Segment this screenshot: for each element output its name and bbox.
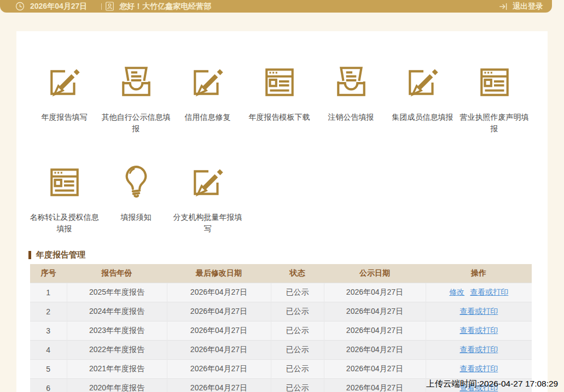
table-row: 5 2021年年度报告 2026年04月27日 已公示 2026年04月27日 … — [30, 359, 532, 378]
quick-action-item[interactable]: 注销公告填报 — [315, 64, 387, 134]
clock-icon — [15, 2, 25, 11]
row-index-cell: 3 — [30, 321, 67, 340]
bulb-icon — [118, 164, 154, 200]
row-index-cell: 4 — [30, 340, 67, 359]
logout-icon — [499, 2, 508, 11]
annual-report-table: 序号 报告年份 最后修改日期 状态 公示日期 操作 1 2025年年度报告 20… — [30, 264, 532, 392]
row-index-cell: 2 — [30, 302, 67, 321]
quick-action-label: 信用信息修复 — [185, 112, 231, 123]
status-cell: 已公示 — [271, 302, 324, 321]
report-year-cell: 2020年年度报告 — [67, 378, 167, 392]
status-cell: 已公示 — [271, 340, 324, 359]
quick-action-item[interactable]: 年度报告填写 — [28, 64, 100, 134]
actions-cell: 查看或打印 — [426, 302, 532, 321]
logout-button[interactable]: 退出登录 — [499, 2, 543, 11]
report-year-cell: 2021年年度报告 — [67, 359, 167, 378]
column-header-report-year: 报告年份 — [67, 264, 167, 283]
quick-action-item[interactable]: 信用信息修复 — [172, 64, 243, 134]
quick-action-label: 年度报告填写 — [42, 112, 88, 123]
column-header-publish-date: 公示日期 — [324, 264, 426, 283]
inbox-icon — [333, 64, 369, 100]
quick-action-label: 其他自行公示信息填报 — [100, 112, 172, 134]
last-modified-cell: 2026年04月27日 — [167, 283, 271, 302]
quick-action-label: 注销公告填报 — [328, 112, 374, 123]
column-header-last-modified: 最后修改日期 — [167, 264, 271, 283]
modify-link[interactable]: 修改 — [449, 288, 464, 296]
view-or-print-link[interactable]: 查看或打印 — [460, 307, 498, 315]
column-header-status: 状态 — [271, 264, 324, 283]
user-greeting: 您好！大竹亿鑫家电经营部 — [119, 2, 211, 11]
table-header-row: 序号 报告年份 最后修改日期 状态 公示日期 操作 — [30, 264, 532, 283]
edit-icon — [190, 164, 226, 200]
quick-action-item[interactable]: 填报须知 — [100, 164, 172, 235]
current-date: 2026年04月27日 — [30, 2, 87, 11]
quick-action-label: 分支机构批量年报填写 — [172, 212, 243, 235]
status-cell: 已公示 — [271, 283, 324, 302]
row-index-cell: 1 — [30, 283, 67, 302]
view-or-print-link[interactable]: 查看或打印 — [460, 326, 498, 335]
main-panel: 年度报告填写 其他自行公示信息填报 信用信息修复 年度报告模板下载 — [16, 31, 548, 392]
publish-date-cell: 2026年04月27日 — [324, 283, 426, 302]
last-modified-cell: 2026年04月27日 — [167, 321, 271, 340]
view-or-print-link[interactable]: 查看或打印 — [470, 288, 508, 296]
table-row: 2 2024年年度报告 2026年04月27日 已公示 2026年04月27日 … — [30, 302, 532, 321]
report-section-header: 年度报告管理 — [28, 250, 85, 260]
edit-icon — [190, 64, 226, 100]
status-cell: 已公示 — [271, 321, 324, 340]
edit-icon — [46, 64, 83, 100]
browser-icon — [476, 64, 513, 100]
report-year-cell: 2024年年度报告 — [67, 302, 167, 321]
status-cell: 已公示 — [271, 359, 324, 378]
column-header-actions: 操作 — [426, 264, 532, 283]
publish-date-cell: 2026年04月27日 — [324, 321, 426, 340]
publish-date-cell: 2026年04月27日 — [324, 378, 426, 392]
report-year-cell: 2025年年度报告 — [67, 283, 167, 302]
actions-cell: 查看或打印 — [426, 340, 532, 359]
quick-action-item[interactable]: 年度报告模板下载 — [243, 64, 315, 134]
user-icon — [106, 2, 114, 11]
quick-action-item[interactable]: 其他自行公示信息填报 — [100, 64, 172, 134]
quick-actions-row-2: 名称转让及授权信息填报 填报须知 分支机构批量年报填写 — [28, 164, 243, 235]
table-row: 4 2022年年度报告 2026年04月27日 已公示 2026年04月27日 … — [30, 340, 532, 359]
quick-action-label: 年度报告模板下载 — [249, 112, 310, 123]
report-year-cell: 2022年年度报告 — [67, 340, 167, 359]
report-year-cell: 2023年年度报告 — [67, 321, 167, 340]
logout-label: 退出登录 — [513, 2, 543, 11]
quick-action-label: 集团成员信息填报 — [392, 112, 453, 123]
publish-date-cell: 2026年04月27日 — [324, 340, 426, 359]
browser-icon — [46, 164, 83, 200]
row-index-cell: 5 — [30, 359, 67, 378]
quick-action-label: 营业执照作废声明填报 — [458, 112, 530, 134]
inbox-icon — [118, 64, 154, 100]
quick-action-item[interactable]: 营业执照作废声明填报 — [458, 64, 530, 134]
last-modified-cell: 2026年04月27日 — [167, 340, 271, 359]
last-modified-cell: 2026年04月27日 — [167, 359, 271, 378]
table-row: 3 2023年年度报告 2026年04月27日 已公示 2026年04月27日 … — [30, 321, 532, 340]
section-title: 年度报告管理 — [36, 250, 85, 260]
browser-icon — [261, 64, 298, 100]
topbar: 2026年04月27日 您好！大竹亿鑫家电经营部 退出登录 — [0, 0, 552, 13]
quick-action-label: 名称转让及授权信息填报 — [28, 212, 100, 235]
quick-action-item[interactable]: 分支机构批量年报填写 — [172, 164, 243, 235]
edit-icon — [405, 64, 441, 100]
actions-cell: 查看或打印 — [426, 321, 532, 340]
status-cell: 已公示 — [271, 378, 324, 392]
publish-date-cell: 2026年04月27日 — [324, 359, 426, 378]
view-or-print-link[interactable]: 查看或打印 — [460, 364, 498, 373]
upload-cloud-time: 上传云端时间:2026-04-27 17:08:29 — [426, 378, 558, 390]
column-header-index: 序号 — [30, 264, 67, 283]
last-modified-cell: 2026年04月27日 — [167, 378, 271, 392]
quick-action-item[interactable]: 集团成员信息填报 — [387, 64, 458, 134]
quick-action-item[interactable]: 名称转让及授权信息填报 — [28, 164, 100, 235]
row-index-cell: 6 — [30, 378, 67, 392]
actions-cell: 查看或打印 — [426, 359, 532, 378]
section-marker — [28, 251, 31, 259]
publish-date-cell: 2026年04月27日 — [324, 302, 426, 321]
quick-action-label: 填报须知 — [121, 212, 152, 223]
last-modified-cell: 2026年04月27日 — [167, 302, 271, 321]
table-row: 1 2025年年度报告 2026年04月27日 已公示 2026年04月27日 … — [30, 283, 532, 302]
quick-actions-row-1: 年度报告填写 其他自行公示信息填报 信用信息修复 年度报告模板下载 — [28, 64, 530, 134]
view-or-print-link[interactable]: 查看或打印 — [460, 345, 498, 354]
topbar-divider — [101, 3, 102, 10]
actions-cell: 修改查看或打印 — [426, 283, 532, 302]
